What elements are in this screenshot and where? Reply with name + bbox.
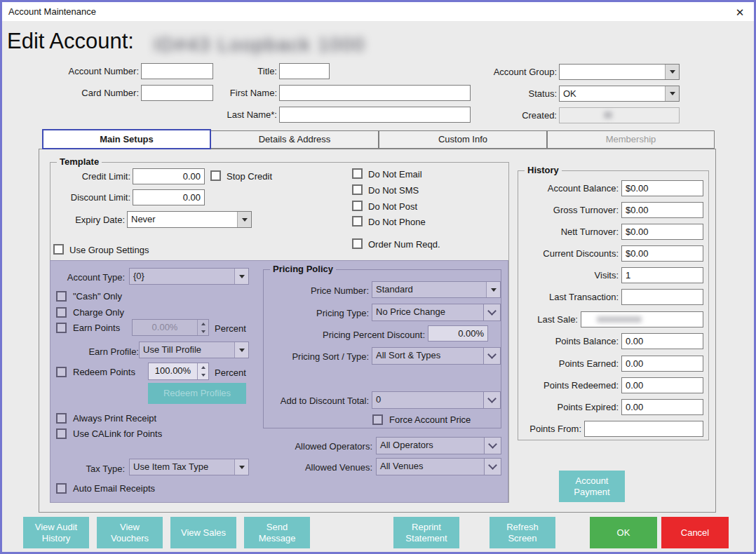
status-label: Status: bbox=[468, 86, 557, 102]
allowed-operators-value: All Operators bbox=[377, 438, 484, 454]
points-from-field[interactable] bbox=[584, 421, 703, 437]
nett-turnover-field[interactable]: $0.00 bbox=[621, 224, 703, 240]
add-to-discount-total-value: 0 bbox=[372, 392, 483, 408]
title-field[interactable] bbox=[279, 63, 330, 79]
page-title: Edit Account: bbox=[7, 29, 134, 54]
points-earned-field[interactable]: 0.00 bbox=[621, 356, 703, 372]
account-type-select[interactable]: {0} bbox=[129, 268, 249, 285]
tab-main-setups[interactable]: Main Setups bbox=[42, 129, 211, 149]
pricing-sort-type-label: Pricing Sort / Type: bbox=[257, 349, 369, 365]
ok-button[interactable]: OK bbox=[590, 517, 657, 548]
earn-profile-value: Use Till Profile bbox=[140, 342, 234, 358]
reprint-statement-button[interactable]: Reprint Statement bbox=[393, 517, 459, 548]
allowed-venues-select[interactable]: All Venues bbox=[376, 458, 501, 475]
force-account-price-checkbox[interactable] bbox=[372, 414, 383, 425]
earn-points-spinner: 0.00% bbox=[132, 319, 209, 336]
auto-email-receipts-checkbox[interactable] bbox=[56, 483, 67, 494]
order-num-reqd-checkbox[interactable] bbox=[352, 238, 363, 249]
redeem-points-spinner[interactable]: 100.00% bbox=[148, 363, 209, 380]
credit-limit-label: Credit Limit: bbox=[57, 168, 130, 184]
cash-only-checkbox[interactable] bbox=[56, 291, 67, 302]
account-payment-button[interactable]: Account Payment bbox=[559, 471, 625, 502]
charge-only-checkbox[interactable] bbox=[56, 307, 67, 318]
always-print-receipt-checkbox[interactable] bbox=[56, 413, 67, 424]
add-to-discount-total-select[interactable]: 0 bbox=[372, 391, 501, 409]
tax-type-label: Tax Type: bbox=[69, 461, 125, 477]
pricing-type-select[interactable]: No Price Change bbox=[372, 304, 501, 321]
do-not-sms-checkbox[interactable] bbox=[352, 184, 363, 195]
account-balance-field[interactable]: $0.00 bbox=[621, 180, 703, 196]
charge-only-label: Charge Only bbox=[73, 306, 124, 318]
allowed-operators-select[interactable]: All Operators bbox=[376, 437, 501, 454]
credit-limit-field[interactable]: 0.00 bbox=[133, 168, 205, 184]
title-bar: Account Maintenance bbox=[2, 2, 754, 21]
redeem-profiles-button: Redeem Profiles bbox=[148, 383, 246, 404]
cancel-button[interactable]: Cancel bbox=[661, 517, 729, 548]
created-value-redacted bbox=[604, 112, 612, 119]
current-discounts-field[interactable]: $0.00 bbox=[621, 245, 703, 262]
last-name-field[interactable] bbox=[279, 107, 471, 123]
history-row-label: Points From: bbox=[454, 421, 581, 437]
view-audit-history-button[interactable]: View Audit History bbox=[23, 517, 89, 548]
close-icon[interactable]: ✕ bbox=[730, 4, 750, 20]
view-vouchers-button[interactable]: View Vouchers bbox=[97, 517, 163, 548]
discount-limit-field[interactable]: 0.00 bbox=[133, 189, 205, 205]
dropdown-arrow-icon bbox=[665, 86, 679, 101]
account-number-field[interactable] bbox=[141, 63, 213, 79]
send-message-button[interactable]: Send Message bbox=[244, 517, 310, 548]
use-calink-label: Use CALink for Points bbox=[73, 428, 162, 440]
template-group-label: Template bbox=[57, 156, 102, 167]
do-not-post-checkbox[interactable] bbox=[352, 201, 363, 211]
use-calink-checkbox[interactable] bbox=[56, 428, 67, 439]
account-group-label: Account Group: bbox=[468, 64, 557, 80]
pricing-type-value: No Price Change bbox=[372, 304, 483, 320]
history-row-label: Points Expired: bbox=[492, 399, 619, 415]
redeem-points-checkbox[interactable] bbox=[56, 367, 67, 377]
refresh-screen-button[interactable]: Refresh Screen bbox=[490, 517, 555, 548]
do-not-email-label: Do Not Email bbox=[368, 168, 422, 180]
earn-points-checkbox[interactable] bbox=[56, 323, 67, 333]
do-not-post-label: Do Not Post bbox=[368, 201, 417, 212]
tax-type-select[interactable]: Use Item Tax Type bbox=[129, 459, 249, 475]
tab-custom-info[interactable]: Custom Info bbox=[379, 130, 547, 149]
card-number-field[interactable] bbox=[141, 85, 213, 101]
tab-details-address[interactable]: Details & Address bbox=[210, 130, 379, 149]
redeem-points-percent-label: Percent bbox=[215, 367, 246, 379]
account-group-select[interactable] bbox=[559, 64, 680, 80]
history-row-label: Points Redeemed: bbox=[492, 377, 619, 393]
redeem-points-value: 100.00% bbox=[149, 363, 197, 379]
gross-turnover-field[interactable]: $0.00 bbox=[621, 202, 703, 218]
pricing-sort-type-value: All Sort & Types bbox=[372, 348, 483, 364]
visits-field[interactable]: 1 bbox=[621, 267, 703, 283]
points-redeemed-field[interactable]: 0.00 bbox=[621, 377, 703, 393]
order-num-reqd-label: Order Num Reqd. bbox=[368, 238, 440, 250]
account-type-value: {0} bbox=[130, 269, 234, 284]
pricing-type-label: Pricing Type: bbox=[264, 305, 369, 321]
do-not-email-checkbox[interactable] bbox=[352, 168, 363, 179]
use-group-settings-label: Use Group Settings bbox=[69, 244, 149, 256]
history-row-label: Points Earned: bbox=[492, 356, 619, 372]
points-expired-field[interactable]: 0.00 bbox=[621, 399, 703, 415]
created-label: Created: bbox=[468, 107, 557, 123]
expiry-date-select[interactable]: Never bbox=[127, 211, 252, 228]
allowed-operators-label: Allowed Operators: bbox=[260, 438, 372, 454]
last-transaction-field[interactable] bbox=[621, 289, 703, 305]
use-group-settings-checkbox[interactable] bbox=[53, 244, 64, 255]
first-name-field[interactable] bbox=[279, 85, 471, 101]
earn-profile-label: Earn Profile: bbox=[69, 344, 139, 360]
earn-points-value: 0.00% bbox=[133, 320, 197, 335]
price-number-label: Price Number: bbox=[278, 283, 369, 299]
expiry-date-label: Expiry Date: bbox=[57, 212, 125, 228]
price-number-select[interactable]: Standard bbox=[372, 281, 501, 298]
points-balance-field[interactable]: 0.00 bbox=[621, 333, 703, 349]
status-select[interactable]: OK bbox=[559, 86, 680, 102]
pricing-sort-type-select[interactable]: All Sort & Types bbox=[372, 347, 501, 365]
chevron-down-icon bbox=[484, 438, 501, 454]
stop-credit-checkbox[interactable] bbox=[210, 170, 221, 181]
do-not-phone-checkbox[interactable] bbox=[352, 216, 363, 227]
pricing-policy-group-label: Pricing Policy bbox=[270, 264, 336, 274]
pricing-percent-discount-field[interactable]: 0.00% bbox=[428, 325, 488, 342]
history-row-label: Nett Turnover: bbox=[492, 224, 619, 240]
earn-profile-select[interactable]: Use Till Profile bbox=[139, 342, 249, 358]
view-sales-button[interactable]: View Sales bbox=[170, 517, 236, 548]
